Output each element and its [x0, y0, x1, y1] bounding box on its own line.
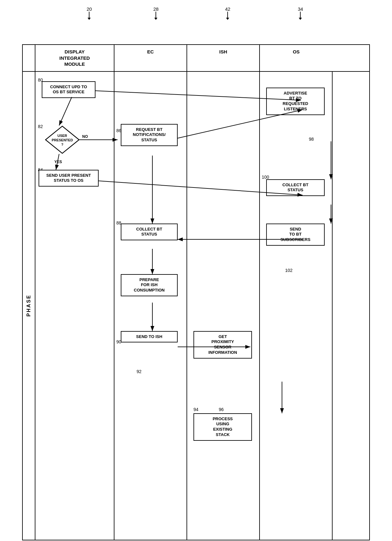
body-row: PHASE 80 CONNECT UPD TOOS BT SERVICE 82 …: [23, 72, 369, 540]
phase-col-top: [23, 45, 35, 71]
ref-num-82: 82: [38, 124, 43, 129]
col-header-os: OS: [260, 45, 333, 71]
box-80: CONNECT UPD TOOS BT SERVICE: [42, 81, 95, 98]
box-84: SEND USER PRESENTSTATUS TO OS: [39, 170, 99, 187]
diamond-82: USER PRESENTED ?: [45, 126, 80, 154]
col-dim: 80 CONNECT UPD TOOS BT SERVICE 82 USER P…: [35, 72, 114, 540]
col-ish: GETPROXIMITYSENSORINFORMATION 94 96 PROC…: [187, 72, 260, 540]
svg-text:?: ?: [61, 143, 64, 146]
ref-28: 28: [153, 6, 159, 18]
ref-num-100: 100: [262, 175, 269, 180]
svg-text:USER: USER: [58, 134, 67, 138]
phase-cell: PHASE: [23, 72, 35, 540]
header-row: DISPLAYINTEGRATEDMODULE EC ISH OS: [23, 45, 369, 72]
box-prepare: PREPAREFOR ISHCONSUMPTION: [121, 274, 178, 297]
box-96-process: PROCESSUSINGEXISTINGSTACK: [193, 413, 252, 441]
box-102: SENDTO BTSUBSCRIBERS: [266, 224, 325, 246]
col-header-ec: EC: [114, 45, 187, 71]
ref-34: 34: [298, 6, 303, 18]
phase-label: PHASE: [26, 294, 32, 317]
ref-num-94: 94: [193, 407, 199, 412]
col-os: 98 ADVERTISEBT TOREQUESTEDLISTENERS 100 …: [260, 72, 333, 540]
box-88: COLLECT BTSTATUS: [121, 224, 178, 241]
arrow-down-34: [300, 12, 301, 18]
col-header-dim: DISPLAYINTEGRATEDMODULE: [35, 45, 114, 71]
ref-num-102: 102: [285, 268, 292, 273]
column-arrows: 20 28 42 34: [22, 6, 370, 25]
ref-20: 20: [87, 6, 92, 18]
col-header-ish: ISH: [187, 45, 260, 71]
box-98: ADVERTISEBT TOREQUESTEDLISTENERS: [266, 88, 325, 115]
diagram: DISPLAYINTEGRATEDMODULE EC ISH OS PHASE …: [22, 44, 370, 540]
box-100: COLLECT BTSTATUS: [266, 179, 325, 196]
box-86: REQUEST BTNOTIFICATIONS/STATUS: [121, 124, 178, 146]
box-90: SEND TO ISH: [121, 331, 178, 343]
label-yes: YES: [54, 160, 62, 164]
arrow-down-42: [227, 12, 228, 18]
ref-num-92: 92: [137, 369, 142, 374]
ref-num-98: 98: [309, 137, 314, 142]
arrow-down-20: [89, 12, 89, 18]
label-no: NO: [82, 134, 88, 139]
ref-42: 42: [225, 6, 230, 18]
ref-num-96: 96: [219, 407, 224, 412]
col-ec: 86 REQUEST BTNOTIFICATIONS/STATUS 88 COL…: [114, 72, 187, 540]
svg-text:PRESENTED: PRESENTED: [52, 138, 73, 142]
box-94-proximity: GETPROXIMITYSENSORINFORMATION: [193, 331, 252, 359]
arrow-down-28: [156, 12, 156, 18]
